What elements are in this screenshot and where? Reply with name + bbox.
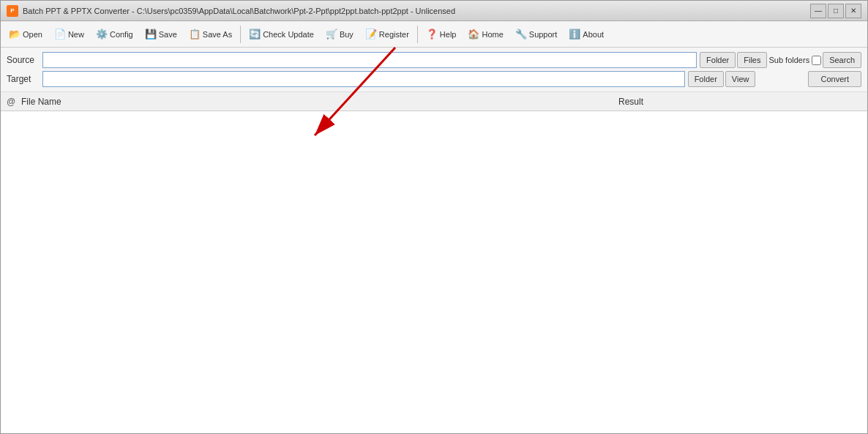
table-header: @ File Name Result bbox=[1, 92, 867, 111]
filename-column-header: File Name bbox=[18, 97, 616, 107]
register-icon: 📝 bbox=[365, 29, 377, 40]
home-button[interactable]: 🏠 Home bbox=[463, 24, 508, 45]
separator-2 bbox=[417, 26, 418, 43]
help-label: Help bbox=[440, 30, 457, 39]
buy-icon: 🛒 bbox=[326, 29, 337, 40]
table-area: @ File Name Result bbox=[1, 92, 867, 433]
title-bar: P Batch PPT & PPTX Converter - C:\Users\… bbox=[1, 1, 867, 21]
convert-button[interactable]: Convert bbox=[808, 71, 861, 87]
target-input[interactable] bbox=[42, 71, 685, 87]
window-title: Batch PPT & PPTX Converter - C:\Users\pc… bbox=[23, 7, 810, 15]
register-button[interactable]: 📝 Register bbox=[360, 24, 414, 45]
home-icon: 🏠 bbox=[468, 29, 479, 40]
open-button[interactable]: 📂 Open bbox=[4, 24, 48, 45]
app-icon: P bbox=[7, 5, 18, 17]
support-icon: 🔧 bbox=[515, 29, 527, 40]
separator-1 bbox=[240, 26, 241, 43]
save-as-icon: 📋 bbox=[189, 29, 201, 40]
result-column-header: Result bbox=[616, 97, 864, 107]
toolbar: 📂 Open 📄 New ⚙️ Config 💾 Save 📋 Save As bbox=[1, 21, 867, 48]
sub-folders-label: Sub folders bbox=[768, 56, 821, 65]
config-button[interactable]: ⚙️ Config bbox=[91, 24, 138, 45]
home-label: Home bbox=[482, 30, 503, 39]
main-window: P Batch PPT & PPTX Converter - C:\Users\… bbox=[0, 0, 868, 434]
save-as-label: Save As bbox=[203, 30, 232, 39]
help-icon: ❓ bbox=[426, 29, 438, 40]
save-button[interactable]: 💾 Save bbox=[140, 24, 182, 45]
buy-label: Buy bbox=[340, 30, 353, 39]
window-controls: — □ ✕ bbox=[810, 4, 861, 18]
target-row: Target Folder View Convert bbox=[7, 71, 861, 87]
check-update-icon: 🔄 bbox=[249, 29, 261, 40]
table-body bbox=[1, 111, 867, 433]
source-label: Source bbox=[7, 55, 40, 65]
new-label: New bbox=[68, 30, 84, 39]
source-buttons: Folder Files Sub folders Search bbox=[700, 52, 861, 68]
target-view-button[interactable]: View bbox=[725, 71, 756, 87]
close-button[interactable]: ✕ bbox=[845, 4, 861, 18]
check-update-button[interactable]: 🔄 Check Update bbox=[244, 24, 319, 45]
open-label: Open bbox=[23, 30, 42, 39]
source-row: Source Folder Files Sub folders Search bbox=[7, 52, 861, 68]
maximize-button[interactable]: □ bbox=[828, 4, 844, 18]
about-button[interactable]: ℹ️ About bbox=[564, 24, 609, 45]
help-button[interactable]: ❓ Help bbox=[421, 24, 462, 45]
new-button[interactable]: 📄 New bbox=[49, 24, 89, 45]
minimize-button[interactable]: — bbox=[810, 4, 826, 18]
about-label: About bbox=[583, 30, 604, 39]
support-label: Support bbox=[529, 30, 558, 39]
save-label: Save bbox=[159, 30, 177, 39]
at-column-header: @ bbox=[4, 97, 18, 107]
main-content: Source Folder Files Sub folders Search bbox=[1, 48, 867, 433]
source-files-button[interactable]: Files bbox=[737, 52, 767, 68]
config-icon: ⚙️ bbox=[96, 29, 108, 40]
source-input[interactable] bbox=[42, 52, 697, 68]
open-icon: 📂 bbox=[9, 29, 20, 40]
target-folder-button[interactable]: Folder bbox=[688, 71, 724, 87]
buy-button[interactable]: 🛒 Buy bbox=[321, 24, 359, 45]
sub-folders-checkbox[interactable] bbox=[812, 56, 821, 65]
source-folder-button[interactable]: Folder bbox=[700, 52, 736, 68]
about-icon: ℹ️ bbox=[569, 29, 580, 40]
target-label: Target bbox=[7, 74, 40, 84]
check-update-label: Check Update bbox=[263, 30, 314, 39]
new-icon: 📄 bbox=[54, 29, 66, 40]
save-icon: 💾 bbox=[145, 29, 157, 40]
support-button[interactable]: 🔧 Support bbox=[510, 24, 563, 45]
save-as-button[interactable]: 📋 Save As bbox=[184, 24, 237, 45]
config-label: Config bbox=[110, 30, 133, 39]
register-label: Register bbox=[379, 30, 409, 39]
search-button[interactable]: Search bbox=[823, 52, 861, 68]
sub-folders-text: Sub folders bbox=[768, 56, 809, 64]
target-buttons: Folder View Convert bbox=[688, 71, 861, 87]
form-area: Source Folder Files Sub folders Search bbox=[1, 48, 867, 92]
